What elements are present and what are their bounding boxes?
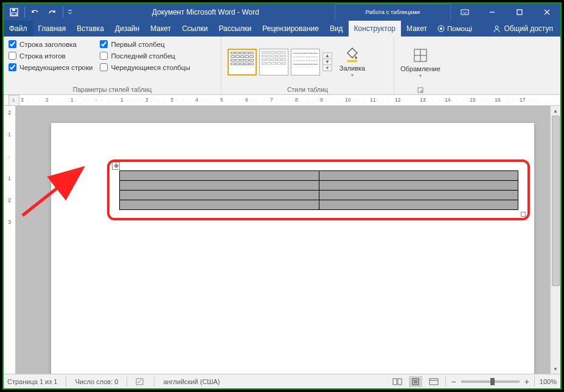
- chk-first-col[interactable]: Первый столбец: [100, 40, 190, 48]
- svg-rect-1: [12, 13, 16, 15]
- svg-rect-3: [461, 10, 468, 15]
- tab-mailings[interactable]: Рассылки: [213, 21, 257, 37]
- contextual-tab-label: Работа с таблицами: [335, 4, 451, 21]
- gallery-more[interactable]: ▾: [323, 65, 332, 71]
- vertical-scrollbar[interactable]: ▲ ▼: [550, 106, 560, 374]
- tab-layout[interactable]: Макет: [145, 21, 176, 37]
- status-spellcheck-icon[interactable]: [136, 377, 145, 386]
- svg-rect-18: [393, 379, 397, 385]
- ribbon: Строка заголовка Строка итогов Чередующи…: [4, 37, 560, 95]
- annotation-arrow: [19, 167, 92, 222]
- document-table[interactable]: [119, 170, 518, 210]
- qat-customize[interactable]: [66, 4, 74, 21]
- svg-rect-24: [430, 379, 438, 385]
- tab-home[interactable]: Главная: [33, 21, 72, 37]
- svg-point-10: [495, 26, 498, 29]
- chk-banded-cols[interactable]: Чередующиеся столбцы: [100, 63, 190, 71]
- ruler-horizontal[interactable]: L 3···2···1·······1···2···3···4···5···6·…: [4, 95, 560, 106]
- svg-rect-2: [12, 9, 15, 11]
- page[interactable]: ✥: [51, 123, 534, 374]
- table-resize-handle[interactable]: [521, 212, 526, 217]
- window-controls: [451, 4, 560, 21]
- zoom-level[interactable]: 100%: [540, 378, 557, 385]
- svg-rect-5: [517, 10, 522, 15]
- tab-table-design[interactable]: Конструктор: [349, 21, 401, 37]
- table-row: [120, 191, 518, 200]
- chk-header-row[interactable]: Строка заголовка: [9, 40, 92, 48]
- app-window: Документ Microsoft Word - Word Работа с …: [2, 2, 562, 390]
- table-style-3[interactable]: [291, 49, 320, 75]
- maximize-button[interactable]: [506, 4, 533, 21]
- title-bar: Документ Microsoft Word - Word Работа с …: [4, 4, 560, 21]
- chk-banded-rows[interactable]: Чередующиеся строки: [9, 63, 92, 71]
- style-gallery-nav[interactable]: ▲▼▾: [322, 52, 332, 71]
- scroll-up[interactable]: ▲: [551, 106, 560, 116]
- zoom-slider[interactable]: [461, 380, 520, 383]
- tab-table-layout[interactable]: Макет: [401, 21, 433, 37]
- chk-last-col[interactable]: Последний столбец: [100, 52, 190, 60]
- group-table-styles: ▲▼▾ Заливка▼ Стили таблиц: [221, 37, 394, 94]
- tab-view[interactable]: Вид: [324, 21, 349, 37]
- minimize-button[interactable]: [478, 4, 506, 21]
- tell-me[interactable]: Помощі: [433, 21, 477, 37]
- view-read-mode[interactable]: [391, 376, 404, 387]
- gallery-down[interactable]: ▼: [323, 59, 332, 65]
- gallery-up[interactable]: ▲: [323, 53, 332, 59]
- chk-total-row[interactable]: Строка итогов: [9, 52, 92, 60]
- group-label-style-options: Параметры стилей таблиц: [7, 85, 217, 93]
- table-style-gallery[interactable]: ▲▼▾: [228, 49, 332, 75]
- group-label-table-styles: Стили таблиц: [225, 85, 390, 93]
- group-table-style-options: Строка заголовка Строка итогов Чередующи…: [4, 37, 221, 94]
- group-borders: Обрамление▼: [394, 37, 447, 94]
- borders-button[interactable]: Обрамление▼: [398, 44, 443, 80]
- tab-references[interactable]: Ссылки: [176, 21, 213, 37]
- scroll-down[interactable]: ▼: [551, 364, 560, 374]
- table-row: [120, 181, 518, 191]
- status-bar: Страница 1 из 1 Число слов: 0 английский…: [4, 374, 560, 388]
- ruler-vertical[interactable]: 21·123: [4, 106, 16, 374]
- window-title: Документ Microsoft Word - Word: [77, 4, 335, 21]
- zoom-out[interactable]: −: [451, 377, 456, 387]
- tab-selector[interactable]: L: [9, 95, 19, 106]
- status-words[interactable]: Число слов: 0: [75, 378, 118, 385]
- close-button[interactable]: [533, 4, 560, 21]
- svg-point-9: [440, 27, 442, 30]
- svg-rect-11: [347, 60, 357, 62]
- view-web-layout[interactable]: [427, 376, 440, 387]
- table-row: [120, 171, 518, 181]
- tab-design[interactable]: Дизайн: [110, 21, 145, 37]
- dialog-launcher-icon[interactable]: [417, 87, 423, 93]
- tab-review[interactable]: Рецензирование: [257, 21, 324, 37]
- redo-button[interactable]: [44, 4, 60, 21]
- svg-rect-19: [398, 379, 402, 385]
- table-row: [120, 200, 518, 210]
- svg-line-16: [23, 170, 80, 215]
- table-style-1[interactable]: [228, 49, 257, 75]
- tab-insert[interactable]: Вставка: [71, 21, 110, 37]
- document-scroll[interactable]: ✥: [16, 106, 550, 374]
- status-page[interactable]: Страница 1 из 1: [7, 378, 57, 385]
- share-button[interactable]: Общий доступ: [486, 21, 560, 37]
- ribbon-display-options[interactable]: [451, 4, 478, 21]
- quick-access-toolbar: [4, 4, 77, 21]
- table-move-handle[interactable]: ✥: [112, 162, 120, 170]
- tab-file[interactable]: Файл: [4, 21, 33, 37]
- ribbon-tabs: Файл Главная Вставка Дизайн Макет Ссылки…: [4, 21, 560, 37]
- document-area: 21·123 ✥ ▲ ▼: [4, 106, 560, 374]
- table-style-2[interactable]: [259, 49, 288, 75]
- view-print-layout[interactable]: [409, 376, 422, 387]
- save-button[interactable]: [6, 4, 22, 21]
- shading-button[interactable]: Заливка▼: [336, 44, 369, 80]
- status-language[interactable]: английский (США): [163, 378, 220, 385]
- undo-button[interactable]: [27, 4, 43, 21]
- scroll-thumb[interactable]: [552, 116, 560, 286]
- zoom-in[interactable]: +: [524, 377, 529, 387]
